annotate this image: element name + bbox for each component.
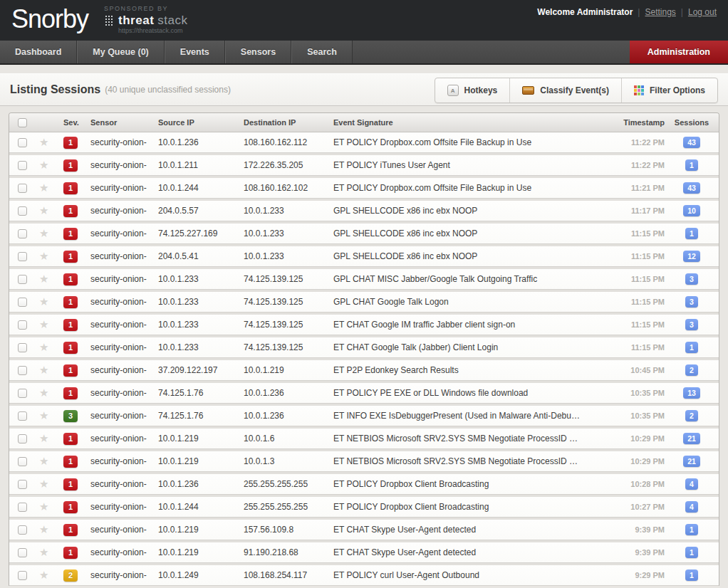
star-icon[interactable]: ★ [39, 204, 48, 216]
table-row[interactable]: ★ 1 security-onion- 10.0.1.244 108.160.1… [9, 178, 719, 199]
star-icon[interactable]: ★ [39, 478, 48, 490]
row-checkbox[interactable] [18, 275, 27, 284]
event-signature-cell[interactable]: ET POLICY PE EXE or DLL Windows file dow… [333, 388, 602, 398]
event-signature-cell[interactable]: ET CHAT Skype User-Agent detected [333, 525, 602, 535]
table-row[interactable]: ★ 1 security-onion- 10.0.1.233 74.125.13… [9, 269, 719, 290]
table-row[interactable]: ★ 1 security-onion- 10.0.1.233 74.125.13… [9, 315, 719, 335]
row-checkbox[interactable] [18, 389, 27, 398]
star-icon[interactable]: ★ [39, 387, 48, 399]
table-row[interactable]: ★ 1 security-onion- 10.0.1.233 74.125.13… [9, 292, 719, 313]
table-row[interactable]: ★ 2 security-onion- 10.0.1.249 108.168.2… [9, 565, 719, 586]
table-row[interactable]: ★ 1 security-onion- 10.0.1.219 157.56.10… [9, 520, 719, 540]
table-row[interactable]: ★ 3 security-onion- 74.125.1.76 10.0.1.2… [9, 406, 719, 426]
nav-item-dashboard[interactable]: Dashboard [0, 41, 77, 63]
event-signature-cell[interactable]: ET NETBIOS Microsoft SRV2.SYS SMB Negoti… [333, 456, 602, 466]
nav-item-events[interactable]: Events [165, 41, 225, 63]
star-icon[interactable]: ★ [39, 546, 48, 558]
row-checkbox[interactable] [18, 298, 27, 307]
star-icon[interactable]: ★ [39, 250, 48, 262]
row-checkbox[interactable] [18, 320, 27, 330]
event-signature-cell[interactable]: ET INFO EXE IsDebuggerPresent (Used in M… [333, 411, 602, 421]
row-checkbox[interactable] [18, 525, 27, 535]
event-signature-cell[interactable]: ET P2P Edonkey Search Results [333, 365, 602, 375]
table-row[interactable]: ★ 1 security-onion- 10.0.1.219 10.0.1.3 … [9, 451, 719, 472]
row-checkbox[interactable] [18, 480, 27, 489]
table-row[interactable]: ★ 1 security-onion- 10.0.1.219 91.190.21… [9, 542, 719, 563]
row-checkbox[interactable] [18, 206, 27, 216]
event-signature-cell[interactable]: ET POLICY iTunes User Agent [333, 160, 602, 170]
star-icon[interactable]: ★ [39, 455, 48, 467]
star-icon[interactable]: ★ [39, 364, 48, 376]
settings-link[interactable]: Settings [645, 7, 675, 17]
nav-item-sensors[interactable]: Sensors [225, 41, 291, 63]
row-checkbox[interactable] [18, 184, 27, 193]
row-checkbox[interactable] [18, 457, 27, 466]
event-signature-cell[interactable]: ET CHAT Google Talk (Jabber) Client Logi… [333, 342, 602, 352]
nav-item-administration[interactable]: Administration [630, 41, 728, 63]
event-signature-cell[interactable]: ET NETBIOS Microsoft SRV2.SYS SMB Negoti… [333, 434, 602, 443]
table-row[interactable]: ★ 1 security-onion- 10.0.1.211 172.226.3… [9, 155, 719, 176]
row-checkbox[interactable] [18, 434, 27, 443]
table-row[interactable]: ★ 1 security-onion- 10.0.1.233 74.125.13… [9, 337, 719, 358]
row-checkbox[interactable] [18, 548, 27, 557]
star-icon[interactable]: ★ [39, 432, 48, 444]
row-checkbox[interactable] [18, 503, 27, 512]
table-row[interactable]: ★ 1 security-onion- 10.0.1.236 108.160.1… [9, 132, 719, 153]
sessions-column-header: Sessions [665, 118, 719, 127]
sensor-column-header: Sensor [90, 118, 158, 127]
timestamp-cell: 10:29 PM [602, 457, 665, 466]
event-signature-cell[interactable]: ET POLICY curl User-Agent Outbound [333, 570, 602, 580]
table-row[interactable]: ★ 1 security-onion- 10.0.1.236 255.255.2… [9, 474, 719, 495]
event-signature-cell[interactable]: GPL SHELLCODE x86 inc ebx NOOP [333, 206, 602, 216]
event-signature-cell[interactable]: ET POLICY Dropbox Client Broadcasting [333, 502, 602, 512]
event-signature-cell[interactable]: ET POLICY Dropbox Client Broadcasting [333, 479, 602, 489]
star-icon[interactable]: ★ [39, 500, 48, 513]
source-ip-cell: 10.0.1.236 [158, 137, 244, 147]
row-checkbox[interactable] [18, 366, 27, 375]
table-row[interactable]: ★ 1 security-onion- 204.0.5.41 10.0.1.23… [9, 246, 719, 267]
row-checkbox[interactable] [18, 411, 27, 421]
event-signature-cell[interactable]: ET POLICY Dropbox.com Offsite File Backu… [333, 183, 602, 193]
logout-link[interactable]: Log out [688, 7, 717, 17]
event-signature-cell[interactable]: GPL CHAT Google Talk Logon [333, 297, 602, 307]
event-signature-cell[interactable]: GPL SHELLCODE x86 inc ebx NOOP [333, 229, 602, 238]
table-row[interactable]: ★ 1 security-onion- 74.125.227.169 10.0.… [9, 224, 719, 244]
star-icon[interactable]: ★ [39, 341, 48, 353]
table-row[interactable]: ★ 1 security-onion- 204.0.5.57 10.0.1.23… [9, 201, 719, 221]
event-signature-cell[interactable]: GPL SHELLCODE x86 inc ebx NOOP [333, 251, 602, 261]
row-checkbox[interactable] [18, 252, 27, 261]
row-checkbox[interactable] [18, 571, 27, 580]
row-checkbox[interactable] [18, 229, 27, 238]
classify-events-button[interactable]: Classify Event(s) [510, 78, 622, 103]
filter-options-button[interactable]: Filter Options [622, 78, 717, 103]
star-icon[interactable]: ★ [39, 318, 48, 330]
table-row[interactable]: ★ 1 security-onion- 10.0.1.219 10.0.1.6 … [9, 429, 719, 449]
row-checkbox[interactable] [18, 161, 27, 170]
severity-badge: 1 [63, 205, 78, 217]
star-icon[interactable]: ★ [39, 523, 48, 535]
star-icon[interactable]: ★ [39, 409, 48, 421]
star-icon[interactable]: ★ [39, 159, 48, 171]
hotkeys-button[interactable]: A Hotkeys [435, 78, 511, 103]
table-row[interactable]: ★ 1 security-onion- 37.209.122.197 10.0.… [9, 360, 719, 381]
row-checkbox[interactable] [18, 138, 27, 147]
nav-item-search[interactable]: Search [291, 41, 353, 63]
star-icon[interactable]: ★ [39, 182, 48, 194]
table-row[interactable]: ★ 1 security-onion- 10.0.1.244 255.255.2… [9, 497, 719, 518]
event-signature-cell[interactable]: ET CHAT Google IM traffic Jabber client … [333, 320, 602, 330]
row-checkbox[interactable] [18, 343, 27, 352]
event-signature-cell[interactable]: ET CHAT Skype User-Agent detected [333, 547, 602, 557]
destination-ip-column-header: Destination IP [244, 118, 333, 127]
star-icon[interactable]: ★ [39, 569, 48, 581]
severity-badge: 1 [63, 342, 78, 354]
star-icon[interactable]: ★ [39, 273, 48, 285]
select-all-checkbox[interactable] [18, 118, 27, 127]
star-icon[interactable]: ★ [39, 136, 48, 148]
event-signature-cell[interactable]: ET POLICY Dropbox.com Offsite File Backu… [333, 137, 602, 147]
star-icon[interactable]: ★ [39, 295, 48, 308]
snorby-logo: Snorby [11, 6, 88, 35]
star-icon[interactable]: ★ [39, 227, 48, 239]
event-signature-cell[interactable]: GPL CHAT MISC Jabber/Google Talk Outgoin… [333, 274, 602, 284]
nav-item-my-queue[interactable]: My Queue (0) [77, 41, 165, 63]
table-row[interactable]: ★ 1 security-onion- 74.125.1.76 10.0.1.2… [9, 383, 719, 404]
